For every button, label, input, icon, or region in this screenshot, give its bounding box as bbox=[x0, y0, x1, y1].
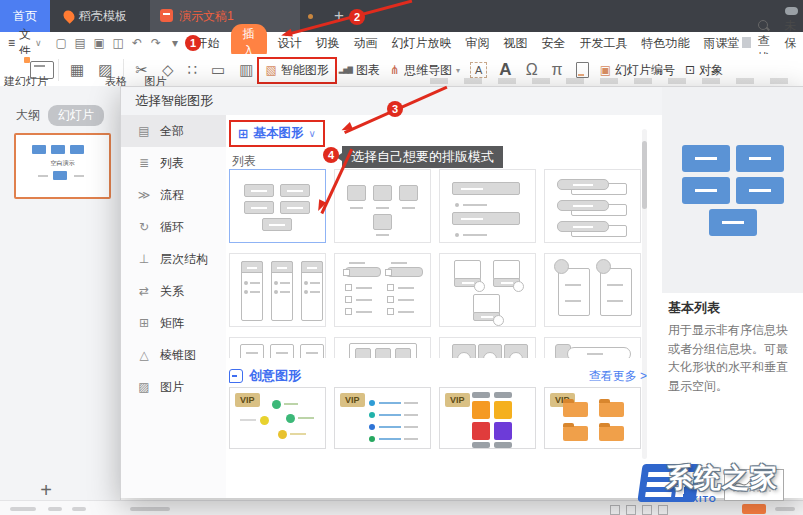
sidebar-item-matrix[interactable]: ⊞矩阵 bbox=[121, 307, 226, 339]
template-grid bbox=[229, 169, 650, 358]
menu-features[interactable]: 特色功能 bbox=[635, 35, 697, 52]
sidebar-item-picture[interactable]: ▨图片 bbox=[121, 371, 226, 403]
menu-devtools[interactable]: 开发工具 bbox=[573, 35, 635, 52]
chevron-down-icon: ∨ bbox=[35, 38, 42, 48]
sidebar-item-cycle[interactable]: ↻循环 bbox=[121, 211, 226, 243]
sidebar-item-hierarchy[interactable]: ⊥层次结构 bbox=[121, 243, 226, 275]
print-icon[interactable]: ▣ bbox=[90, 36, 109, 50]
object-icon: ⊡ bbox=[685, 63, 695, 77]
status-text-clipped bbox=[48, 507, 62, 511]
sidebar-label: 图片 bbox=[160, 379, 184, 396]
hierarchy-icon: ⊥ bbox=[137, 252, 151, 266]
creative-card[interactable]: VIP bbox=[334, 387, 431, 449]
dialog-main: ⊞ 基本图形 ∨ 列表 bbox=[226, 115, 662, 498]
scrollbar-thumb[interactable] bbox=[642, 141, 647, 209]
sidebar-item-list[interactable]: ≣列表 bbox=[121, 147, 226, 179]
icon-library-icon[interactable]: ∷ bbox=[181, 61, 205, 79]
category-dropdown[interactable]: ⊞ 基本图形 ∨ bbox=[229, 120, 325, 147]
template-card[interactable] bbox=[229, 337, 326, 358]
tab-outline[interactable]: 大纲 bbox=[16, 107, 40, 124]
mindmap-icon: ⋔ bbox=[390, 63, 400, 77]
status-text-clipped bbox=[130, 507, 170, 511]
menu-slideshow[interactable]: 幻灯片放映 bbox=[385, 35, 459, 52]
view-normal-icon[interactable] bbox=[610, 505, 620, 515]
template-card[interactable] bbox=[439, 337, 536, 358]
undo-icon[interactable]: ↶ bbox=[128, 36, 147, 50]
see-more-link[interactable]: 查看更多 > bbox=[589, 368, 647, 385]
template-card[interactable] bbox=[334, 337, 431, 358]
thumb-block bbox=[51, 145, 65, 154]
status-text-clipped bbox=[72, 507, 86, 511]
print-preview-icon[interactable]: ◫ bbox=[109, 36, 128, 50]
sidebar-item-relationship[interactable]: ⇄关系 bbox=[121, 275, 226, 307]
template-card[interactable] bbox=[439, 253, 536, 327]
process-icon: ≫ bbox=[137, 188, 151, 202]
columns-icon[interactable]: ▥ bbox=[232, 61, 260, 79]
menu-animation[interactable]: 动画 bbox=[347, 35, 385, 52]
template-card[interactable] bbox=[334, 169, 431, 243]
creative-card[interactable]: VIP bbox=[229, 387, 326, 449]
vip-badge: VIP bbox=[235, 393, 260, 407]
preview-title: 基本列表 bbox=[668, 299, 720, 317]
cloud-icon bbox=[785, 7, 798, 15]
add-slide-button[interactable]: + bbox=[34, 478, 58, 502]
sidebar-label: 循环 bbox=[160, 219, 184, 236]
thumb-dash bbox=[74, 175, 84, 177]
relationship-icon: ⇄ bbox=[137, 284, 151, 298]
thumb-block bbox=[32, 145, 46, 154]
menu-view[interactable]: 视图 bbox=[497, 35, 535, 52]
caret-down-icon: ▾ bbox=[456, 66, 460, 75]
creative-card[interactable]: VIP bbox=[439, 387, 536, 449]
preview-description: 用于显示非有序信息块或者分组信息块。可最大化形状的水平和垂直显示空间。 bbox=[668, 321, 798, 395]
status-text-clipped bbox=[10, 507, 36, 511]
unsaved-dot-indicator bbox=[308, 14, 313, 19]
sidebar-label: 列表 bbox=[160, 155, 184, 172]
toolbar-clipped-labels bbox=[430, 78, 790, 84]
slide-number-icon: ▣ bbox=[600, 63, 611, 77]
redo-icon[interactable]: ↷ bbox=[147, 36, 166, 50]
smartart-button[interactable]: ▧ 智能图形 bbox=[260, 60, 333, 81]
symbol-icon[interactable]: Ω bbox=[519, 61, 545, 79]
template-basic-block-list[interactable] bbox=[229, 169, 326, 243]
template-card[interactable] bbox=[544, 337, 641, 358]
tab-document-label: 演示文稿1 bbox=[179, 9, 234, 23]
menu-review[interactable]: 审阅 bbox=[459, 35, 497, 52]
tab-slides[interactable]: 幻灯片 bbox=[48, 105, 104, 126]
watermark-latin: XITO bbox=[692, 494, 717, 504]
tab-docer-templates[interactable]: 稻壳模板 bbox=[52, 0, 139, 32]
creative-section-title: 创意图形 bbox=[249, 367, 301, 385]
save-icon[interactable]: ▢ bbox=[52, 36, 71, 50]
sidebar-item-process[interactable]: ≫流程 bbox=[121, 179, 226, 211]
all-icon: ▤ bbox=[137, 124, 151, 138]
yuketang-badge bbox=[742, 37, 751, 48]
output-icon[interactable]: ▤ bbox=[71, 36, 90, 50]
watermark-text: 系统之家 bbox=[666, 460, 778, 496]
chart-button[interactable]: ▂▅▇ 图表 bbox=[334, 60, 385, 81]
template-card[interactable] bbox=[334, 253, 431, 327]
menu-security[interactable]: 安全 bbox=[535, 35, 573, 52]
template-card[interactable] bbox=[439, 169, 536, 243]
template-card[interactable] bbox=[544, 253, 641, 327]
slide-thumbnail[interactable]: 空白演示 bbox=[14, 133, 111, 199]
template-card[interactable] bbox=[229, 253, 326, 327]
thumb-block bbox=[53, 171, 67, 180]
creative-card[interactable]: VIP bbox=[544, 387, 641, 449]
step-badge-1: 1 bbox=[185, 35, 201, 51]
menu-yuketang[interactable]: 雨课堂 bbox=[697, 35, 758, 52]
album-icon[interactable]: ▭ bbox=[204, 61, 232, 79]
thumb-dash bbox=[38, 175, 48, 177]
search-icon bbox=[758, 20, 768, 30]
menu-transition[interactable]: 切换 bbox=[309, 35, 347, 52]
sidebar-item-pyramid[interactable]: △棱锥图 bbox=[121, 339, 226, 371]
formula-icon[interactable]: π bbox=[545, 61, 570, 79]
template-card[interactable] bbox=[544, 169, 641, 243]
attachment-icon[interactable] bbox=[576, 62, 589, 78]
creative-grid: VIP VIP bbox=[229, 387, 650, 449]
wordart-icon[interactable]: A bbox=[492, 60, 518, 80]
tab-document[interactable]: 演示文稿1 bbox=[150, 0, 300, 32]
picture-icon: ▨ bbox=[137, 380, 151, 394]
preview-canvas bbox=[662, 87, 803, 293]
textbox-icon[interactable]: A bbox=[470, 62, 487, 78]
sidebar-item-all[interactable]: ▤全部 bbox=[121, 115, 226, 147]
more-commands-icon[interactable]: ▾ bbox=[166, 36, 185, 50]
